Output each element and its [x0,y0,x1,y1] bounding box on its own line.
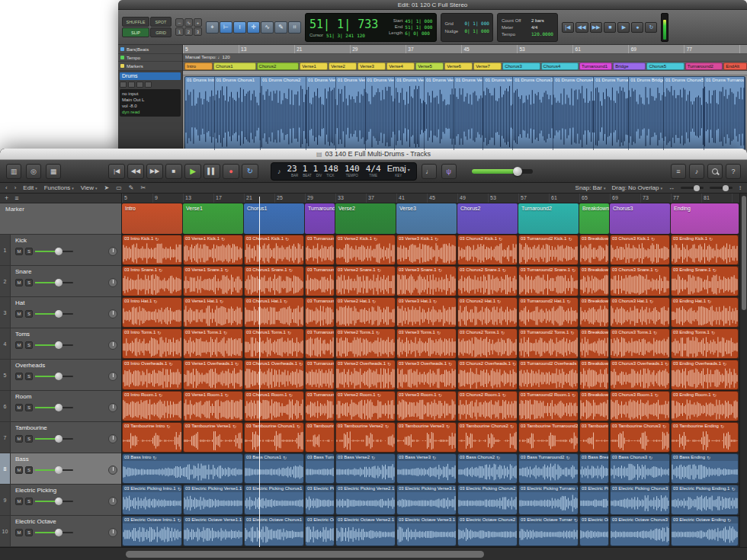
metronome-icon[interactable]: ♩ [422,164,437,179]
rewind-button[interactable]: ◀◀ [127,164,144,179]
region-overheads-6[interactable]: 03 Chorus2 Overheads.1↻ [457,360,518,390]
pan-knob[interactable] [108,497,117,506]
record-button[interactable]: ● [631,22,643,33]
region-electric-picking-8[interactable]: 03 Electric Picking Breakdown↻ [579,485,609,515]
region-toms-3[interactable]: 03 Turnaround Toms.1↻ [305,328,335,359]
region-electric-octave-10[interactable]: 03 Electric Octave Ending↻ [671,516,739,546]
pan-knob[interactable] [108,403,117,412]
pt-region-10[interactable]: 01 Drums Chorus3 [513,77,553,150]
section-turnaround[interactable]: Turnaround [305,203,335,234]
region-hat-1[interactable]: 03 Verse1 Hat.1↻ [183,297,243,328]
forward-button[interactable]: ▶▶ [146,164,163,179]
zoom-preset-3[interactable]: 3 [194,27,202,36]
marker-chip-verse1[interactable]: Verse1 [300,62,328,70]
region-kick-8[interactable]: 03 Breakdown Kick.1↻ [579,235,609,265]
edit-tool-5[interactable]: ✎ [274,21,287,34]
section-verse1[interactable]: Verse1 [183,203,243,234]
mute-button[interactable]: M [15,373,23,380]
pt-region-12[interactable]: 01 Drums Turnaround1 [594,77,629,150]
region-bass-8[interactable]: 03 Bass Chorus3↻ [610,453,670,484]
track-header-kick[interactable]: 1KickMS [0,235,121,266]
ruler-name-tempo[interactable]: Tempo [118,54,182,62]
region-toms-0[interactable]: 03 Intro Toms.1↻ [122,328,182,359]
volume-thumb[interactable] [55,373,63,380]
region-hat-4[interactable]: 03 Verse2 Hat.1↻ [335,297,396,328]
region-overheads-2[interactable]: 03 Chorus1 Overheads.1↻ [244,360,304,390]
region-bass-5[interactable]: 03 Bass Chorus2↻ [457,453,518,484]
main-counter-value[interactable]: 51| 1| 733 [309,17,378,32]
grid-value[interactable]: 0| 1| 000 [464,21,489,27]
region-room-0[interactable]: 03 Intro Room.1↻ [122,391,182,421]
region-bass-3[interactable]: 03 Bass Verse2↻ [335,453,396,484]
marker-chip-verse6[interactable]: Verse6 [444,62,473,70]
marker-chip-verse7[interactable]: Verse7 [473,62,502,70]
section-ending[interactable]: Ending [671,203,739,234]
pan-knob[interactable] [108,434,117,443]
region-room-1[interactable]: 03 Verse1 Room.1↻ [183,391,243,421]
region-hat-8[interactable]: 03 Breakdown Hat.1↻ [579,297,609,328]
volume-slider[interactable] [35,248,73,256]
zoom-out-button[interactable]: – [175,18,184,27]
horizontal-zoom-icon[interactable]: ↔ [668,184,675,191]
pt-region-3[interactable]: 01 Drums Verse1 [306,77,336,150]
selection-length[interactable]: 6| 0| 000 [405,30,430,36]
snap-menu[interactable]: Snap:Bar▾ [575,184,606,191]
volume-slider[interactable] [35,435,73,443]
ruler-name-bars[interactable]: Bars|Beats [118,45,182,54]
pt-region-15[interactable]: 01 Drums Turnaround2 [704,77,745,150]
marker-track-header[interactable]: Marker [0,203,121,235]
region-overheads-0[interactable]: 03 Intro Overheads.1↻ [122,360,182,390]
pt-region-2[interactable]: 01 Drums Chorus2 [261,77,306,150]
mute-button[interactable]: M [15,529,23,536]
solo-button[interactable] [136,82,143,88]
region-toms-6[interactable]: 03 Chorus2 Toms.1↻ [457,328,518,359]
region-kick-3[interactable]: 03 Turnaround Kick.1↻ [305,235,335,265]
region-electric-octave-4[interactable]: 03 Electric Octave Verse2.1↻ [335,516,396,546]
mixer-icon[interactable]: ▦ [46,164,61,179]
region-room-5[interactable]: 03 Verse3 Room.1↻ [396,391,457,421]
pan-knob[interactable] [108,309,117,318]
region-kick-10[interactable]: 03 Ending Kick.1↻ [671,235,739,265]
region-electric-octave-1[interactable]: 03 Electric Octave Verse1.1↻ [183,516,243,546]
volume-slider[interactable] [35,498,73,506]
mute-button[interactable]: M [15,341,23,349]
mute-button[interactable]: M [15,404,23,411]
smart-controls-icon[interactable]: ◎ [26,164,41,179]
marker-chip-chorus2[interactable]: Chorus2 [257,62,300,70]
track-header-toms[interactable]: 4TomsMS [0,328,121,360]
volume-slider[interactable] [35,279,73,287]
mute-button[interactable]: M [15,466,23,474]
playhead[interactable] [259,197,260,547]
region-kick-7[interactable]: 03 Turnaround2 Kick.1↻ [518,235,579,265]
pan-knob[interactable] [108,528,117,537]
region-toms-8[interactable]: 03 Breakdown Toms.1↻ [579,328,609,359]
tempo-ruler[interactable]: Manual Tempo: ♩120 [183,54,747,62]
search-icon[interactable] [707,164,723,179]
region-snare-9[interactable]: 03 Chorus3 Snare.1↻ [610,266,670,296]
mute-button[interactable] [145,82,152,88]
region-toms-2[interactable]: 03 Chorus1 Toms.1↻ [244,328,304,359]
region-snare-3[interactable]: 03 Turnaround Snare.1↻ [305,266,335,296]
marker-chip-endalt[interactable]: EndAlt [723,62,747,70]
region-hat-2[interactable]: 03 Chorus1 Hat.1↻ [244,297,304,328]
media-browser-icon[interactable]: ♪ [689,164,704,179]
region-kick-0[interactable]: 03 Intro Kick.1↻ [122,235,182,265]
volume-slider[interactable] [35,373,73,381]
solo-button[interactable]: S [25,373,33,380]
region-bass-9[interactable]: 03 Bass Ending↻ [671,453,739,484]
list-editors-icon[interactable]: ≡ [671,164,686,179]
tempo-value[interactable]: 120.0000 [531,31,553,37]
solo-button[interactable]: S [25,404,33,411]
region-tambourine-5[interactable]: 03 Tambourine Verse3↻ [396,422,457,453]
region-electric-octave-6[interactable]: 03 Electric Octave Chorus2↻ [457,516,518,546]
volume-slider[interactable] [35,310,73,318]
tuner-icon[interactable]: ψ [441,164,457,179]
marker-chip-verse5[interactable]: Verse5 [415,62,444,70]
region-electric-picking-2[interactable]: 03 Electric Picking Chorus1↻ [244,485,304,515]
region-kick-2[interactable]: 03 Chorus1 Kick.1↻ [244,235,304,265]
pan-knob[interactable] [108,372,117,381]
record-enable-button[interactable] [120,82,127,88]
volume-thumb[interactable] [55,310,63,318]
pause-button[interactable]: ▌▌ [204,164,220,179]
solo-button[interactable]: S [25,529,33,536]
